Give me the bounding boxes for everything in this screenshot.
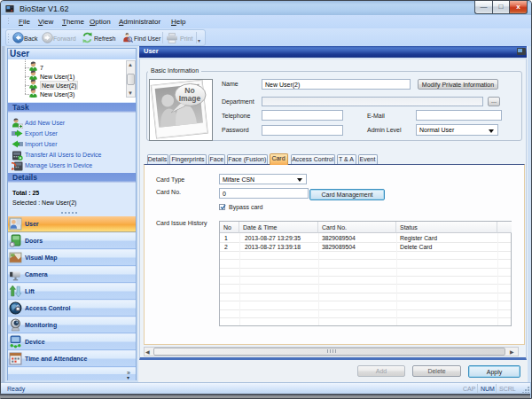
svg-text:Image: Image bbox=[179, 94, 201, 103]
